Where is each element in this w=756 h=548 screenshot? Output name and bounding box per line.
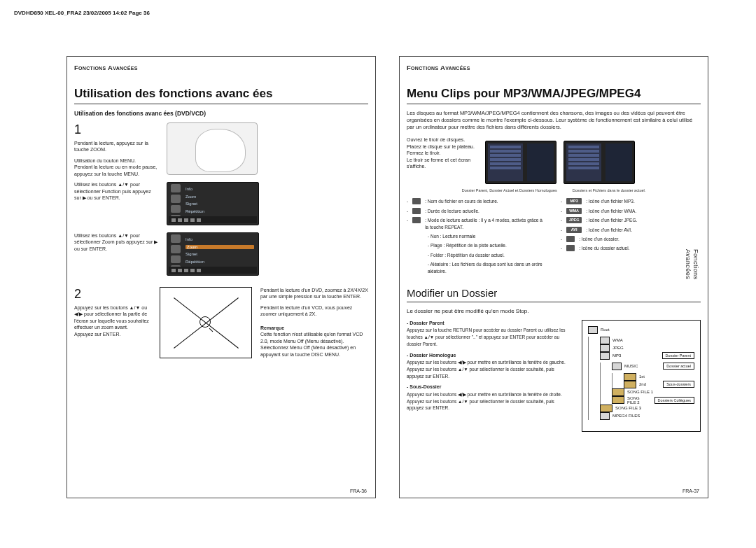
current-folder-icon	[566, 245, 575, 251]
zoom-note-1: Pendant la lecture d'un DVD, zoomez à 2X…	[260, 287, 368, 300]
remote-illustration	[167, 122, 258, 175]
mp3-icon	[566, 198, 582, 204]
playmode-icon	[412, 217, 421, 223]
duration-icon	[412, 208, 421, 214]
s2-text-1: Appuyez sur les boutons ▲/▼ ou ◀/▶ pour …	[74, 304, 151, 331]
section-header-right: Fonctions Avancées	[407, 64, 470, 73]
menu-screenshot-2: Info Zoom Signet Répétition EZ View	[167, 232, 259, 276]
now-playing-icon	[412, 198, 421, 204]
folder-bullets: - Dossier ParentAppuyez sur la touche RE…	[407, 320, 572, 432]
remark-1: Cette fonction n'est utilisable qu'en fo…	[260, 331, 368, 344]
icon-legend: -: Nom du fichier en cours de lecture. -…	[407, 198, 701, 277]
step-number-2: 2	[74, 287, 151, 302]
s1-text-3: Pendant la lecture ou en mode pause, app…	[74, 164, 158, 177]
step-l4: Le tiroir se ferme et cet écran s'affich…	[407, 157, 477, 170]
clip-screenshots	[485, 141, 635, 184]
caption-right: Dossiers et Fichiers dans le dossier act…	[573, 188, 646, 192]
zoom-diagram	[160, 287, 252, 358]
page-right: Fonctions Avancées Fonctions Avancées Me…	[399, 56, 708, 498]
folder-icon	[566, 236, 575, 242]
step-l2: Placez le disque sur le plateau.	[407, 143, 477, 150]
page-left: Fonctions Avancées Utilisation des fonct…	[66, 56, 376, 498]
step-l1: Ouvrez le tiroir de disques.	[407, 136, 477, 143]
remark-2: Sélectionnez Menu Off (Menu désactivé) e…	[260, 344, 368, 358]
page-number-right: FRA-37	[682, 489, 699, 493]
left-title: Utilisation des fonctions avanc ées	[74, 87, 368, 101]
right-title: Menu Clips pour MP3/WMA/JPEG/MPEG4	[407, 87, 701, 101]
magnifier-icon	[200, 316, 211, 328]
folder-tree: Root WMA JPEG MP3 Dossier Parent MUSIC D…	[582, 320, 701, 432]
page-number-left: FRA-36	[350, 489, 367, 493]
step-l3: Fermez le tiroir.	[407, 150, 477, 156]
wma-icon	[566, 208, 582, 214]
left-subtitle: Utilisation des fonctions avanc ées (DVD…	[74, 110, 368, 117]
s1-text-4: Utilisez les boutons ▲/▼ pour sélectionn…	[74, 181, 158, 201]
s1-text-5: Utilisez les boutons ▲/▼ pour sélectionn…	[74, 232, 158, 252]
jpeg-icon	[566, 217, 582, 223]
caption-left: Dossier Parent, Dossier Actuel et Dossie…	[462, 188, 557, 192]
modify-sub: Le dossier ne peut être modifié qu'en mo…	[407, 308, 701, 316]
s1-text-1: Pendant la lecture, appuyez sur la touch…	[74, 140, 158, 153]
avi-icon	[566, 227, 582, 233]
h2-modify-folder: Modifier un Dossier	[407, 287, 701, 299]
s1-text-2: Utilisation du bouton MENU.	[74, 157, 158, 164]
right-intro: Les disques au format MP3/WMA/JPEG/MPEG4…	[407, 110, 701, 131]
s2-text-2: Appuyez sur ENTER.	[74, 331, 151, 337]
step-number-1: 1	[74, 122, 158, 137]
remark-heading: Remarque	[260, 325, 368, 331]
zoom-note-2: Pendant la lecture d'un VCD, vous pouvez…	[260, 304, 368, 318]
print-slug: DVDHD850 XEL-00_FRA2 23/02/2005 14:02 Pa…	[14, 10, 150, 16]
menu-screenshot-1: Info Zoom Signet Répétition EZ View	[167, 182, 259, 225]
section-header-left: Fonctions Avancées	[74, 64, 138, 73]
